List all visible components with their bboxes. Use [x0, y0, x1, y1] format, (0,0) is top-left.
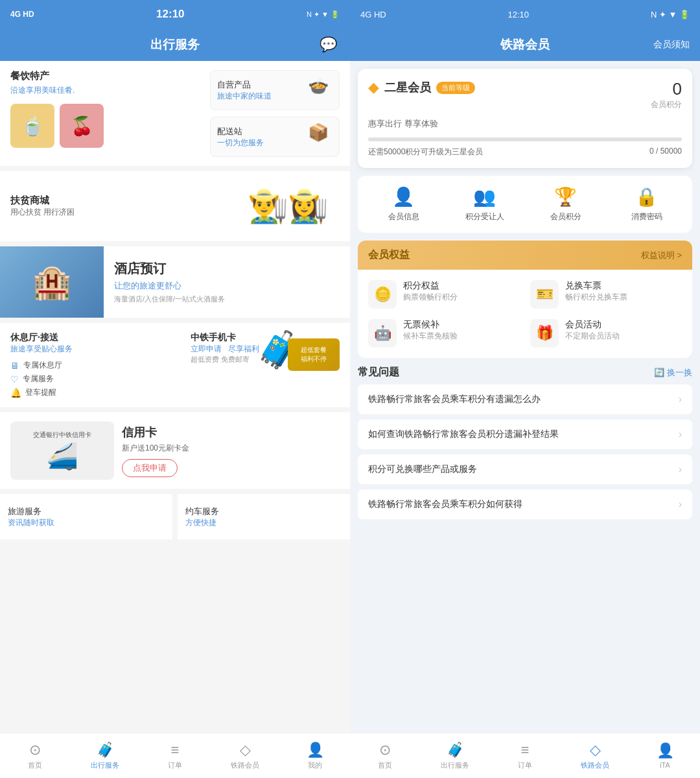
faq-text-1: 铁路畅行常旅客会员乘车积分有遗漏怎么办 [368, 394, 679, 405]
faq-arrow-2: › [679, 429, 682, 440]
benefit-noticket[interactable]: 🤖 无票候补 候补车票免核验 [368, 319, 520, 348]
right-panel: 4G HD 12:10 N ✦ ▼ 🔋 铁路会员 会员须知 ◆ 二星会员 当前等… [350, 0, 700, 778]
left-time: 12:10 [156, 8, 184, 21]
rnav-home[interactable]: ⊙ 首页 [350, 737, 420, 775]
orders-icon: ≡ [171, 742, 180, 759]
rnav-member-icon: ◇ [590, 742, 601, 759]
lounge-card: 超低套餐 福利不停 [288, 338, 340, 371]
nav-home[interactable]: ⊙ 首页 [0, 737, 70, 775]
benefit-activity[interactable]: 🎁 会员活动 不定期会员活动 [530, 319, 682, 348]
faq-refresh[interactable]: 🔄 换一换 [654, 367, 692, 379]
poverty-section[interactable]: 扶贫商城 用心扶贫 用行济困 👨‍🌾👩‍🌾 [0, 171, 350, 241]
poverty-title: 扶贫商城 [10, 194, 75, 207]
bp-sub: 购票领畅行积分 [403, 292, 458, 303]
progress-bar [368, 137, 682, 141]
faq-arrow-3: › [679, 464, 682, 475]
benefit-noticket-icon: 🤖 [368, 319, 397, 348]
current-badge: 当前等级 [436, 82, 475, 94]
lounge-apply[interactable]: 立即申请 [191, 344, 222, 353]
lounge-item-2: ♡ 专属服务 [10, 373, 183, 384]
left-header: 出行服务 💬 [0, 29, 350, 61]
right-title: 铁路会员 [500, 36, 550, 53]
hotel-text: 酒店预订 让您的旅途更舒心 海量酒店/入住保障/一站式火酒服务 [104, 251, 350, 313]
be-sub: 畅行积分兑换车票 [565, 292, 627, 303]
action-points-transfer[interactable]: 👥 积分受让人 [444, 186, 525, 222]
nav-travel-label: 出行服务 [91, 760, 119, 770]
faq-item-2[interactable]: 如何查询铁路畅行常旅客会员积分遗漏补登结果 › [358, 419, 692, 449]
action-password[interactable]: 🔒 消费密码 [606, 186, 687, 222]
nav-member[interactable]: ◇ 铁路会员 [210, 737, 280, 775]
member-card-top: ◆ 二星会员 当前等级 0 会员积分 [368, 79, 682, 110]
nav-orders[interactable]: ≡ 订单 [140, 737, 210, 775]
rnav-travel-label: 出行服务 [441, 760, 469, 770]
rnav-travel[interactable]: 🧳 出行服务 [420, 737, 490, 775]
travel-icon: 🧳 [97, 742, 114, 759]
left-title: 出行服务 [150, 36, 200, 53]
right-status-bar: 4G HD 12:10 N ✦ ▼ 🔋 [350, 0, 700, 29]
benefit-exchange[interactable]: 🎫 兑换车票 畅行积分兑换车票 [530, 280, 682, 309]
member-info-link[interactable]: 会员须知 [653, 39, 690, 51]
car-sub: 方便快捷 [185, 517, 342, 528]
action-label-2: 积分受让人 [465, 211, 504, 222]
right-bottom-nav: ⊙ 首页 🧳 出行服务 ≡ 订单 ◇ 铁路会员 👤 iTA [350, 733, 700, 778]
nav-mine[interactable]: 👤 我的 [280, 737, 350, 775]
action-label-3: 会员积分 [550, 211, 581, 222]
benefits-link[interactable]: 权益说明 > [641, 250, 682, 261]
credit-card-image: 交通银行中铁信用卡 🚄 [10, 421, 114, 480]
rnav-orders-label: 订单 [518, 760, 532, 770]
action-label-1: 会员信息 [388, 211, 419, 222]
lounge-icon-3: 🔔 [10, 388, 21, 398]
member-info-icon: 👤 [392, 186, 415, 207]
food-images: 🍵 🍒 [10, 104, 200, 148]
ba-title: 会员活动 [565, 319, 620, 331]
food-product-1[interactable]: 自营产品 旅途中家的味道 🍲 [210, 70, 340, 110]
fp2-sub: 一切为您服务 [217, 137, 264, 148]
poverty-subtitle: 用心扶贫 用行济困 [10, 207, 75, 218]
message-icon[interactable]: 💬 [320, 36, 337, 53]
travel-service[interactable]: 旅游服务 资讯随时获取 [0, 494, 172, 539]
refresh-icon: 🔄 [654, 368, 664, 377]
car-service[interactable]: 约车服务 方便快捷 [178, 494, 350, 539]
be-title: 兑换车票 [565, 280, 627, 292]
rnav-member-label: 铁路会员 [581, 760, 609, 770]
hotel-subtitle: 让您的旅途更舒心 [114, 280, 340, 292]
bp-title: 积分权益 [403, 280, 458, 292]
benefit-activity-text: 会员活动 不定期会员活动 [565, 319, 620, 342]
hotel-title: 酒店预订 [114, 260, 340, 277]
faq-arrow-4: › [679, 499, 682, 510]
member-card: ◆ 二星会员 当前等级 0 会员积分 惠享出行 尊享体验 还需50000积分可升… [358, 69, 692, 168]
progress-text: 还需50000积分可升级为三星会员 0 / 50000 [368, 147, 682, 158]
action-points[interactable]: 🏆 会员积分 [525, 186, 606, 222]
home-icon: ⊙ [29, 742, 41, 759]
faq-header: 常见问题 🔄 换一换 [358, 366, 692, 379]
faq-item-4[interactable]: 铁路畅行常旅客会员乘车积分如何获得 › [358, 489, 692, 519]
rnav-ita-label: iTA [660, 761, 670, 769]
car-title: 约车服务 [185, 506, 342, 517]
action-member-info[interactable]: 👤 会员信息 [363, 186, 444, 222]
bn-title: 无票候补 [403, 319, 458, 331]
left-status-bar: 4G HD 12:10 N ✦ ▼ 🔋 [0, 0, 350, 29]
member-actions: 👤 会员信息 👥 积分受让人 🏆 会员积分 🔒 消费密码 [358, 176, 692, 233]
food-product-2[interactable]: 配送站 一切为您服务 📦 [210, 117, 340, 157]
food-left: 餐饮特产 沿途享用美味佳肴. 🍵 🍒 [10, 70, 200, 157]
lounge-item-3: 🔔 登车提醒 [10, 387, 183, 398]
progress-val: 0 / 50000 [649, 147, 682, 158]
faq-text-4: 铁路畅行常旅客会员乘车积分如何获得 [368, 499, 679, 510]
benefit-points[interactable]: 🪙 积分权益 购票领畅行积分 [368, 280, 520, 309]
food-section: 餐饮特产 沿途享用美味佳肴. 🍵 🍒 自营产品 旅途中家的味道 🍲 [0, 61, 350, 166]
nav-orders-label: 订单 [168, 760, 182, 770]
train-icon: 🚄 [46, 441, 78, 471]
lounge-left: 休息厅·接送 旅途享受贴心服务 🖥 专属休息厅 ♡ 专属服务 🔔 登车提醒 [10, 332, 183, 398]
food-title: 餐饮特产 [10, 70, 200, 82]
apply-button[interactable]: 点我申请 [122, 459, 178, 477]
nav-travel[interactable]: 🧳 出行服务 [70, 737, 140, 775]
member-nav-icon: ◇ [240, 742, 251, 759]
hotel-section[interactable]: 🏨 酒店预订 让您的旅途更舒心 海量酒店/入住保障/一站式火酒服务 [0, 246, 350, 318]
faq-item-3[interactable]: 积分可兑换哪些产品或服务 › [358, 454, 692, 484]
rnav-member[interactable]: ◇ 铁路会员 [560, 737, 630, 775]
fp1-sub: 旅途中家的味道 [217, 91, 272, 102]
rnav-orders[interactable]: ≡ 订单 [490, 737, 560, 775]
rnav-ita[interactable]: 👤 iTA [630, 737, 700, 774]
faq-item-1[interactable]: 铁路畅行常旅客会员乘车积分有遗漏怎么办 › [358, 384, 692, 414]
lounge-item-label-3: 登车提醒 [25, 387, 56, 398]
